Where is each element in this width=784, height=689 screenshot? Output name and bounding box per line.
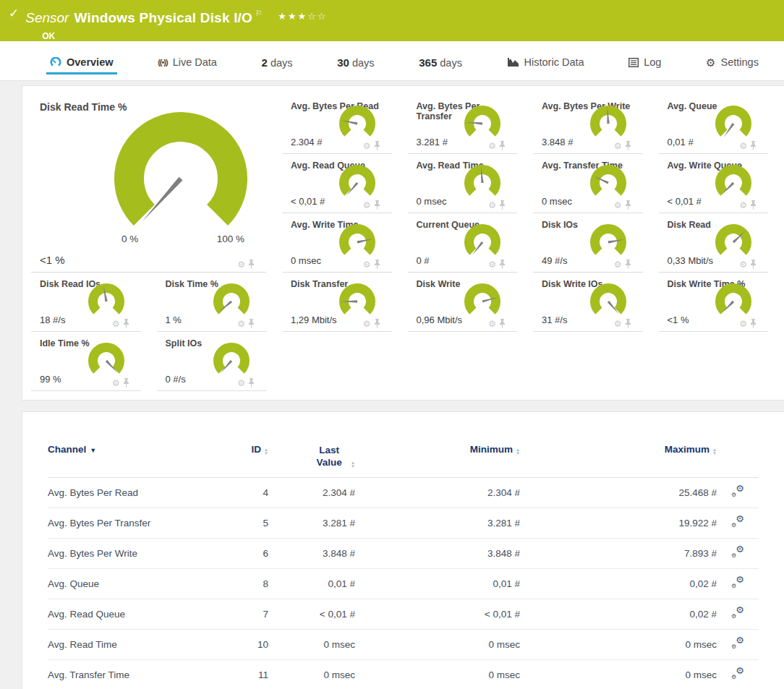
gear-icon[interactable]: ⚙ xyxy=(112,379,120,388)
gauge-dial[interactable] xyxy=(337,282,378,320)
pin-icon[interactable] xyxy=(123,378,129,388)
pin-icon[interactable] xyxy=(374,200,380,210)
gauge-value: 3.848 # xyxy=(542,137,573,147)
gear-icon[interactable]: ⚙ xyxy=(614,320,622,328)
gear-icon[interactable]: ⚙ xyxy=(739,201,747,210)
channel-settings-icon[interactable]: ⚙⚙ xyxy=(731,486,744,497)
gauge-dial[interactable] xyxy=(588,223,629,260)
gear-icon[interactable]: ⚙ xyxy=(739,320,747,328)
gauge-dial[interactable] xyxy=(211,341,252,379)
flag-icon[interactable]: ⚐ xyxy=(255,9,263,17)
tab-log[interactable]: Log xyxy=(625,51,665,74)
tab-live-data[interactable]: ((•)) Live Data xyxy=(154,51,221,74)
channel-settings-icon[interactable]: ⚙⚙ xyxy=(731,668,744,680)
gauge-dial[interactable] xyxy=(462,282,503,320)
pin-icon[interactable] xyxy=(248,260,255,269)
gear-icon[interactable]: ⚙ xyxy=(739,260,747,269)
column-header-minimum[interactable]: Minimum▲▼ xyxy=(355,441,520,478)
pin-icon[interactable] xyxy=(625,319,631,328)
status-check-icon: ✓ xyxy=(9,7,19,20)
gauge-dial[interactable] xyxy=(86,282,127,320)
gear-icon[interactable]: ⚙ xyxy=(112,320,120,328)
gauge-dial[interactable] xyxy=(337,223,378,260)
gauge-cell: Disk IOs 49 #/s ⚙ xyxy=(533,213,643,273)
gauge-dial[interactable] xyxy=(713,223,754,260)
gear-icon[interactable]: ⚙ xyxy=(488,260,496,269)
gear-icon[interactable]: ⚙ xyxy=(363,201,371,210)
pin-icon[interactable] xyxy=(499,200,506,210)
pin-icon[interactable] xyxy=(499,260,506,269)
gear-icon[interactable]: ⚙ xyxy=(614,142,622,150)
gauge-value: 1,29 Mbit/s xyxy=(291,314,337,325)
gear-icon[interactable]: ⚙ xyxy=(614,260,622,269)
pin-icon[interactable] xyxy=(374,319,380,328)
channel-name: Avg. Read Queue xyxy=(48,599,225,630)
tab-2-days[interactable]: 2days xyxy=(258,51,297,75)
gauge-dial[interactable] xyxy=(462,223,503,260)
pin-icon[interactable] xyxy=(750,260,757,269)
channel-settings-icon[interactable]: ⚙⚙ xyxy=(731,516,744,528)
star-rating[interactable]: ★★★☆☆ xyxy=(278,11,327,22)
pin-icon[interactable] xyxy=(374,141,380,150)
gear-icon[interactable]: ⚙ xyxy=(739,142,747,150)
gear-icon[interactable]: ⚙ xyxy=(363,260,371,269)
gauge-cell: Avg. Bytes Per Transfer 3.281 # ⚙ xyxy=(408,95,518,154)
column-header-maximum[interactable]: Maximum▲▼ xyxy=(520,441,717,478)
channel-settings-icon[interactable]: ⚙⚙ xyxy=(731,638,744,649)
pin-icon[interactable] xyxy=(123,319,129,328)
pin-icon[interactable] xyxy=(750,200,757,210)
pin-icon[interactable] xyxy=(750,141,757,150)
gear-icon[interactable]: ⚙ xyxy=(363,142,371,150)
gauge-value: 0,33 Mbit/s xyxy=(668,255,714,266)
gear-icon[interactable]: ⚙ xyxy=(237,320,245,328)
live-data-icon: ((•)) xyxy=(158,58,168,67)
tab-overview[interactable]: Overview xyxy=(46,51,117,74)
pin-icon[interactable] xyxy=(625,141,631,150)
channel-settings-icon[interactable]: ⚙⚙ xyxy=(731,607,744,619)
gauge-dial[interactable] xyxy=(462,163,503,201)
gauge-dial[interactable] xyxy=(337,104,378,142)
gauge-cell: Split IOs 0 #/s ⚙ xyxy=(157,332,267,391)
gauge-dial[interactable] xyxy=(713,104,754,142)
channel-settings-icon[interactable]: ⚙⚙ xyxy=(731,547,744,558)
gauge-dial[interactable] xyxy=(588,282,629,320)
column-header-last-value[interactable]: Last Value▲▼ xyxy=(268,441,355,478)
channel-minimum: 0,01 # xyxy=(355,569,520,599)
gear-icon[interactable]: ⚙ xyxy=(237,379,245,388)
gauge-dial[interactable] xyxy=(462,104,503,142)
gear-icon[interactable]: ⚙ xyxy=(614,201,622,210)
gear-icon[interactable]: ⚙ xyxy=(488,320,496,328)
pin-icon[interactable] xyxy=(750,319,757,328)
gauge-dial[interactable] xyxy=(211,282,252,320)
gauge-dial[interactable] xyxy=(588,163,629,201)
tab-historic-data[interactable]: Historic Data xyxy=(503,51,588,74)
gauge-dial[interactable] xyxy=(86,341,127,379)
column-header-channel[interactable]: Channel▼ xyxy=(48,441,225,478)
gear-icon[interactable]: ⚙ xyxy=(363,320,371,328)
tab-365-days[interactable]: 365days xyxy=(415,51,466,75)
gauge-dial[interactable] xyxy=(713,163,754,201)
gear-icon[interactable]: ⚙ xyxy=(237,260,245,269)
gauge-dial[interactable] xyxy=(588,104,629,142)
gauge-dial[interactable] xyxy=(112,111,250,232)
settings-gear-icon: ⚙ xyxy=(706,57,715,68)
channel-settings-icon[interactable]: ⚙⚙ xyxy=(731,577,744,589)
pin-icon[interactable] xyxy=(625,260,631,269)
pin-icon[interactable] xyxy=(248,319,255,328)
gear-icon[interactable]: ⚙ xyxy=(488,142,496,150)
gauge-dial[interactable] xyxy=(713,282,754,320)
pin-icon[interactable] xyxy=(499,319,506,328)
tab-30-days[interactable]: 30days xyxy=(333,51,378,75)
gauge-dial[interactable] xyxy=(337,163,378,201)
gear-icon[interactable]: ⚙ xyxy=(488,201,496,210)
sort-active-icon: ▼ xyxy=(90,447,96,454)
gauge-cell: Disk Read 0,33 Mbit/s ⚙ xyxy=(659,213,769,273)
pin-icon[interactable] xyxy=(625,200,631,210)
table-row: Avg. Bytes Per Write 6 3.848 # 3.848 # 7… xyxy=(48,539,759,569)
tab-label: Settings xyxy=(721,56,759,68)
column-header-id[interactable]: ID▲▼ xyxy=(225,441,268,478)
pin-icon[interactable] xyxy=(248,378,255,388)
pin-icon[interactable] xyxy=(499,141,506,150)
tab-settings[interactable]: ⚙ Settings xyxy=(702,51,762,74)
pin-icon[interactable] xyxy=(374,260,380,269)
